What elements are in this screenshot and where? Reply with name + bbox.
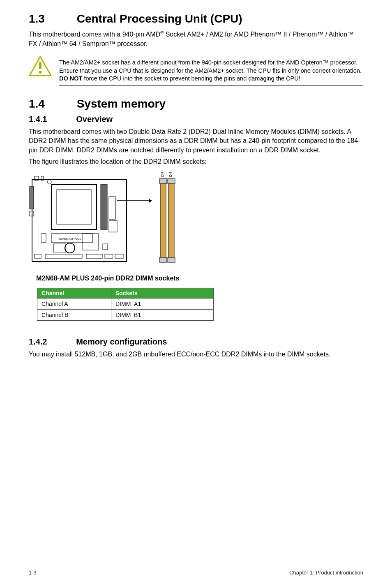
warn-bold: DO NOT bbox=[59, 75, 82, 82]
warning-block: The AM2/AM2+ socket has a different pino… bbox=[29, 56, 363, 86]
th-sockets: Sockets bbox=[111, 288, 214, 299]
cell-socket: DIMM_B1 bbox=[111, 310, 214, 321]
svg-rect-7 bbox=[57, 190, 91, 224]
cpu-intro: This motherboard comes with a 940-pin AM… bbox=[29, 30, 363, 48]
slot-label-b: DIMM_B1 bbox=[168, 172, 173, 177]
channel-table: Channel Sockets Channel A DIMM_A1 Channe… bbox=[37, 288, 214, 321]
slot-label-a: DIMM_A1 bbox=[160, 172, 164, 177]
table-row: Channel B DIMM_B1 bbox=[37, 310, 214, 321]
cpu-intro-pre: This motherboard comes with a 940-pin AM… bbox=[29, 31, 160, 38]
warning-icon bbox=[29, 56, 52, 78]
svg-rect-30 bbox=[159, 179, 167, 184]
svg-rect-32 bbox=[159, 257, 167, 262]
svg-rect-33 bbox=[168, 257, 175, 262]
svg-rect-23 bbox=[115, 254, 123, 258]
overview-p1: This motherboard comes with two Double D… bbox=[29, 127, 363, 155]
svg-point-8 bbox=[47, 180, 51, 184]
dimm-diagram: M2N68-AM PLUS DIMM_A1 DIMM_B1 bbox=[29, 172, 363, 272]
subsection-number: 1.4.2 bbox=[29, 337, 74, 347]
warn-post: force the CPU into the socket to prevent… bbox=[82, 75, 300, 82]
svg-rect-14 bbox=[41, 234, 46, 243]
svg-rect-31 bbox=[168, 179, 175, 184]
subsection-memcfg: 1.4.2 Memory configurations bbox=[29, 337, 363, 347]
svg-rect-9 bbox=[30, 186, 34, 209]
svg-rect-22 bbox=[105, 254, 113, 258]
svg-text:M2N68-AM PLUS: M2N68-AM PLUS bbox=[58, 237, 81, 240]
subsection-overview: 1.4.1 Overview bbox=[29, 115, 363, 124]
th-channel: Channel bbox=[37, 288, 111, 299]
svg-rect-6 bbox=[51, 184, 97, 230]
section-heading-mem: 1.4 System memory bbox=[29, 97, 363, 110]
cell-socket: DIMM_A1 bbox=[111, 299, 214, 310]
svg-rect-12 bbox=[109, 197, 115, 219]
svg-rect-28 bbox=[160, 179, 166, 262]
section-title: Central Processing Unit (CPU) bbox=[77, 12, 242, 25]
table-row: Channel A DIMM_A1 bbox=[37, 299, 214, 310]
svg-rect-19 bbox=[103, 244, 108, 250]
section-number: 1.4 bbox=[29, 97, 74, 110]
svg-point-2 bbox=[39, 71, 42, 74]
section-heading-cpu: 1.3 Central Processing Unit (CPU) bbox=[29, 12, 363, 25]
section-number: 1.3 bbox=[29, 12, 74, 25]
section-title: System memory bbox=[77, 97, 166, 110]
svg-rect-17 bbox=[53, 244, 66, 252]
subsection-number: 1.4.1 bbox=[29, 115, 74, 124]
svg-point-16 bbox=[65, 243, 75, 253]
svg-marker-27 bbox=[149, 199, 152, 203]
svg-rect-29 bbox=[168, 179, 174, 262]
svg-rect-18 bbox=[82, 234, 99, 250]
svg-rect-21 bbox=[86, 254, 103, 258]
svg-rect-1 bbox=[39, 62, 42, 69]
svg-rect-13 bbox=[109, 220, 117, 232]
warning-text: The AM2/AM2+ socket has a different pino… bbox=[59, 56, 363, 86]
svg-rect-11 bbox=[101, 184, 107, 230]
page-footer: 1-3 Chapter 1: Product introduction bbox=[29, 570, 363, 576]
cell-channel: Channel B bbox=[37, 310, 111, 321]
diagram-caption: M2N68-AM PLUS 240-pin DDR2 DIMM sockets bbox=[36, 275, 363, 282]
cell-channel: Channel A bbox=[37, 299, 111, 310]
subsection-title: Overview bbox=[76, 115, 113, 124]
warn-pre: The AM2/AM2+ socket has a different pino… bbox=[59, 59, 362, 74]
svg-rect-24 bbox=[35, 254, 41, 258]
overview-p2: The figure illustrates the location of t… bbox=[29, 157, 363, 166]
subsection-title: Memory configurations bbox=[76, 337, 167, 346]
svg-rect-20 bbox=[45, 254, 82, 258]
table-head-row: Channel Sockets bbox=[37, 288, 214, 299]
memcfg-p1: You may install 512MB, 1GB, and 2GB unbu… bbox=[29, 350, 363, 359]
footer-chapter: Chapter 1: Product introduction bbox=[289, 570, 363, 576]
footer-page-number: 1-3 bbox=[29, 570, 37, 576]
